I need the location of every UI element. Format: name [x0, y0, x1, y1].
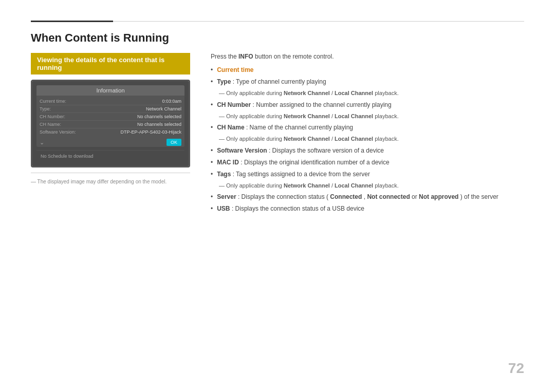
ch-number-text: CH Number : Number assigned to the chann… [217, 100, 524, 109]
schedule-area: No Schedule to download [36, 150, 184, 162]
ch-name-label: CH Name [217, 124, 244, 131]
current-time-label: Current time [217, 66, 253, 73]
label-software: Software Version: [40, 129, 76, 135]
left-panel: Viewing the details of the content that … [31, 53, 190, 185]
ch-name-subnote: Only applicable during Network Channel /… [219, 135, 524, 143]
usb-rest: : Displays the connection status of a US… [232, 205, 364, 212]
type-subnote: Only applicable during Network Channel /… [219, 89, 524, 98]
server-not-approved: Not approved [419, 193, 458, 200]
software-text: Software Version : Displays the software… [217, 146, 524, 155]
press-info-after: button on the remote control. [255, 53, 334, 60]
server-end: ) of the server [460, 193, 498, 200]
mac-text: MAC ID : Displays the original identific… [217, 158, 524, 167]
type-label: Type [217, 78, 231, 85]
value-type: Network Channel [146, 106, 181, 111]
page-number: 72 [508, 360, 524, 377]
label-ch-number: CH Number: [40, 114, 65, 119]
server-text: Server : Displays the connection status … [217, 192, 524, 201]
ch-name-text: CH Name : Name of the channel currently … [217, 123, 524, 132]
mac-label: MAC ID [217, 159, 239, 166]
info-bold: INFO [238, 53, 253, 60]
usb-label: USB [217, 205, 230, 212]
label-current-time: Current time: [40, 99, 66, 104]
info-title-bar: Information [36, 85, 184, 96]
software-label: Software Version [217, 147, 267, 154]
current-time-text: Current time [217, 65, 524, 74]
usb-text: USB : Displays the connection status of … [217, 204, 524, 213]
list-item-usb: USB : Displays the connection status of … [211, 204, 524, 213]
top-decorative-lines [31, 21, 524, 22]
ok-button[interactable]: OK [166, 139, 181, 146]
value-software: DTP-EP-APP-S402-03-Hijack [120, 129, 181, 135]
label-ch-name: CH Name: [40, 122, 61, 127]
type-rest: : Type of channel currently playing [233, 78, 326, 85]
info-rows: Current time: 0:03:0am Type: Network Cha… [36, 96, 184, 138]
main-title: When Content is Running [31, 31, 524, 45]
info-row-type: Type: Network Channel [40, 105, 181, 113]
info-row-ch-name: CH Name: No channels selected [40, 121, 181, 128]
content-area: Viewing the details of the content that … [31, 53, 524, 216]
server-connected: Connected [330, 193, 362, 200]
list-item-software: Software Version : Displays the software… [211, 146, 524, 155]
list-item-server: Server : Displays the connection status … [211, 192, 524, 201]
ch-number-label: CH Number [217, 101, 251, 108]
tags-rest: : Tag settings assigned to a device from… [233, 171, 370, 178]
expand-chevron-icon: ⌄ [40, 139, 44, 146]
info-row-current-time: Current time: 0:03:0am [40, 98, 181, 105]
page-container: When Content is Running Viewing the deta… [0, 0, 555, 392]
list-item-type: Type : Type of channel currently playing [211, 77, 524, 86]
server-rest: : Displays the connection status ( [238, 193, 328, 200]
tags-label: Tags [217, 171, 231, 178]
type-text: Type : Type of channel currently playing [217, 77, 524, 86]
info-box: Information Current time: 0:03:0am Type:… [36, 85, 184, 147]
ch-number-rest: : Number assigned to the channel current… [253, 101, 392, 108]
tv-screen: Information Current time: 0:03:0am Type:… [31, 80, 190, 167]
top-line-light [113, 21, 524, 22]
server-label: Server [217, 193, 236, 200]
ch-number-subnote: Only applicable during Network Channel /… [219, 112, 524, 121]
list-item-tags: Tags : Tag settings assigned to a device… [211, 170, 524, 179]
tv-note-text: — The displayed image may differ dependi… [31, 179, 166, 184]
server-not-connected: Not connected [367, 193, 410, 200]
mac-rest: : Displays the original identification n… [240, 159, 390, 166]
top-line-dark [31, 21, 113, 22]
tags-text: Tags : Tag settings assigned to a device… [217, 170, 524, 179]
value-ch-number: No channels selected [137, 114, 181, 119]
list-item-ch-number: CH Number : Number assigned to the chann… [211, 100, 524, 109]
bullet-list: Current time Type : Type of channel curr… [211, 65, 524, 213]
value-ch-name: No channels selected [137, 122, 181, 127]
tv-note: — The displayed image may differ dependi… [31, 173, 190, 185]
press-info: Press the INFO button on the remote cont… [211, 53, 524, 60]
server-or: or [412, 193, 419, 200]
ch-name-rest: : Name of the channel currently playing [246, 124, 353, 131]
tags-subnote: Only applicable during Network Channel /… [219, 181, 524, 190]
list-item-current-time: Current time [211, 65, 524, 74]
tv-screen-inner: Information Current time: 0:03:0am Type:… [32, 81, 189, 166]
info-row-ch-number: CH Number: No channels selected [40, 113, 181, 121]
subtitle-banner: Viewing the details of the content that … [31, 53, 190, 74]
right-panel: Press the INFO button on the remote cont… [211, 53, 524, 216]
info-row-software: Software Version: DTP-EP-APP-S402-03-Hij… [40, 128, 181, 136]
software-rest: : Displays the software version of a dev… [269, 147, 384, 154]
label-type: Type: [40, 106, 51, 111]
value-current-time: 0:03:0am [162, 99, 181, 104]
list-item-ch-name: CH Name : Name of the channel currently … [211, 123, 524, 132]
expand-ok-row: ⌄ OK [36, 138, 184, 147]
press-info-before: Press the [211, 53, 238, 60]
list-item-mac: MAC ID : Displays the original identific… [211, 158, 524, 167]
